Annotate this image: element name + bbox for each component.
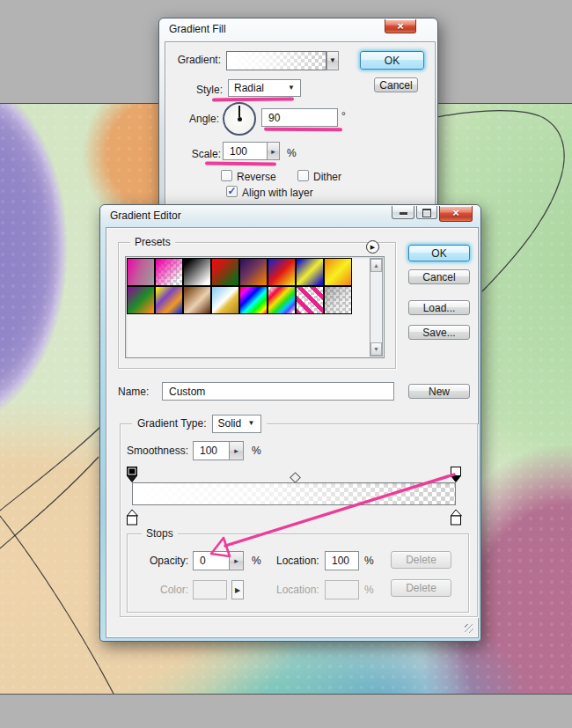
gradient-fill-close-button[interactable]: ×: [385, 19, 416, 33]
preset-swatch-transparent-stripes[interactable]: [296, 286, 324, 314]
close-icon: ×: [452, 206, 459, 219]
color-label: Color:: [136, 584, 188, 596]
color-flyout-button[interactable]: ▶: [231, 580, 244, 599]
preset-swatch-spectrum[interactable]: [239, 286, 268, 314]
location-label: Location:: [276, 555, 319, 567]
ok-button[interactable]: OK: [360, 51, 424, 70]
preset-swatch-violet-orange[interactable]: [239, 258, 268, 286]
gradient-label: Gradient:: [168, 54, 221, 66]
preset-swatch-chrome[interactable]: [211, 286, 239, 314]
save-button-label: Save...: [422, 327, 455, 339]
chevron-down-icon: ▼: [329, 57, 336, 64]
preset-swatch-orange-yellow-orange[interactable]: [324, 258, 352, 286]
dither-checkbox[interactable]: [297, 170, 309, 181]
preset-swatch-neutral-density[interactable]: [324, 286, 352, 314]
delete-button-label: Delete: [406, 554, 436, 566]
gradient-preview[interactable]: [226, 51, 326, 70]
maximize-icon: [422, 209, 431, 217]
color-stop-start[interactable]: [127, 509, 138, 526]
style-label: Style:: [175, 84, 223, 96]
load-button-label: Load...: [423, 302, 456, 314]
resize-grip[interactable]: [465, 624, 473, 633]
opacity-unit: %: [252, 555, 261, 567]
preset-swatch-blue-red-yellow[interactable]: [268, 258, 296, 286]
location2-unit: %: [364, 584, 374, 596]
preset-swatch-transparent-rainbow[interactable]: [268, 286, 296, 314]
gradient-preview-dropdown-button[interactable]: ▼: [326, 51, 339, 70]
editor-cancel-label: Cancel: [422, 271, 455, 283]
angle-label: Angle:: [170, 113, 219, 125]
preset-swatch-foreground-to-transparent[interactable]: [155, 258, 183, 286]
scale-input[interactable]: [223, 142, 268, 160]
gradient-type-label: Gradient Type:: [137, 417, 207, 430]
opacity-stop-start[interactable]: [127, 467, 138, 483]
spinner-arrow-icon: ▸: [234, 446, 238, 455]
maximize-button[interactable]: [416, 206, 437, 219]
angle-dial-center: [238, 117, 242, 121]
style-select-value: Radial: [234, 82, 264, 94]
smoothness-spinner-button[interactable]: ▸: [229, 441, 244, 460]
location-unit: %: [364, 555, 374, 567]
screenshot-root: Gradient Fill × Gradient: ▼ OK Cancel St…: [0, 0, 572, 728]
align-with-layer-label: Align with layer: [242, 187, 313, 199]
scale-spinner-button[interactable]: ▸: [267, 142, 280, 160]
flyout-arrow-icon: ▶: [235, 586, 240, 594]
preset-swatch-copper[interactable]: [183, 286, 211, 314]
gradient-editor-close-button[interactable]: ×: [439, 206, 473, 222]
location-input[interactable]: [325, 551, 359, 570]
preset-swatch-black-white[interactable]: [183, 258, 211, 286]
name-input[interactable]: [162, 382, 394, 401]
scroll-down-icon: ▼: [373, 346, 379, 352]
presets-scrollbar[interactable]: ▲ ▼: [370, 258, 383, 357]
gradient-editor-title: Gradient Editor: [110, 210, 181, 222]
scale-unit: %: [287, 147, 297, 159]
scale-label: Scale:: [173, 148, 221, 160]
save-button[interactable]: Save...: [408, 325, 470, 340]
preset-swatch-violet-green-orange[interactable]: [127, 286, 155, 314]
flyout-arrow-icon: ▶: [370, 244, 375, 251]
new-button[interactable]: New: [408, 384, 470, 399]
scroll-up-button[interactable]: ▲: [370, 259, 382, 272]
opacity-spinner-button[interactable]: ▸: [229, 551, 244, 570]
angle-input[interactable]: [261, 108, 338, 127]
new-button-label: New: [429, 386, 450, 398]
editor-cancel-button[interactable]: Cancel: [408, 269, 470, 284]
color-stop-end[interactable]: [451, 509, 462, 526]
angle-dial[interactable]: [223, 102, 256, 136]
gradient-type-value: Solid: [218, 417, 242, 430]
gradient-bar[interactable]: [132, 482, 456, 505]
align-with-layer-checkbox[interactable]: ✓: [226, 186, 238, 197]
presets-flyout-menu-button[interactable]: ▶: [366, 240, 379, 254]
opacity-input[interactable]: [193, 551, 230, 570]
spinner-arrow-icon: ▸: [234, 556, 238, 565]
gradient-type-row: Gradient Type: Solid ▼: [132, 414, 267, 433]
cancel-button[interactable]: Cancel: [374, 77, 418, 92]
minimize-button[interactable]: [392, 206, 414, 219]
editor-ok-button[interactable]: OK: [408, 245, 470, 261]
gradient-preview-fade: [227, 52, 326, 70]
preset-swatch-red-green[interactable]: [211, 258, 239, 286]
color-swatch-field: [193, 580, 227, 599]
preset-swatch-blue-yellow-blue[interactable]: [296, 258, 324, 286]
scroll-down-button[interactable]: ▼: [370, 342, 382, 356]
delete-opacity-stop-button[interactable]: Delete: [391, 551, 451, 569]
preset-swatch-foreground-to-background[interactable]: [127, 258, 155, 286]
style-select[interactable]: Radial ▼: [228, 79, 301, 97]
location2-label: Location:: [276, 584, 319, 596]
gradient-type-select[interactable]: Solid ▼: [212, 415, 261, 433]
chevron-down-icon: ▼: [288, 85, 295, 92]
opacity-stop-end-selected[interactable]: [451, 467, 462, 483]
load-button[interactable]: Load...: [408, 300, 470, 315]
annotation-underline-scale: [205, 162, 276, 166]
smoothness-input[interactable]: [193, 441, 230, 460]
reverse-checkbox[interactable]: [221, 170, 232, 181]
location2-field: [325, 580, 359, 599]
presets-list-box: ▲ ▼: [125, 256, 385, 358]
opacity-label: Opacity:: [136, 555, 188, 567]
annotation-underline-angle: [264, 128, 342, 132]
preset-swatch-yellow-violet-orange-blue[interactable]: [155, 286, 183, 314]
reverse-label: Reverse: [237, 171, 276, 183]
angle-unit: °: [341, 110, 346, 122]
window-controls: ×: [392, 206, 473, 222]
delete-color-stop-button[interactable]: Delete: [391, 579, 451, 597]
